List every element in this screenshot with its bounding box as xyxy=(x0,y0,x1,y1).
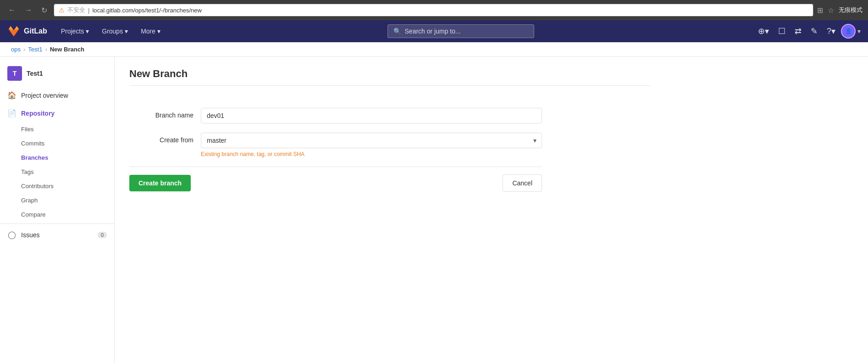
nav-right: ⊕▾ ☐ ⇄ ✎ ?▾ 👤 ▾ xyxy=(754,20,861,42)
help-icon: ? xyxy=(827,27,831,36)
repository-icon: 📄 xyxy=(7,109,17,117)
content-area: New Branch Branch name Create from ▾ xyxy=(115,57,868,363)
breadcrumb-sep-1: › xyxy=(23,46,25,53)
groups-label: Groups xyxy=(102,28,123,35)
issues-icon: ◯ xyxy=(7,230,17,239)
avatar-chevron-icon[interactable]: ▾ xyxy=(857,28,861,35)
search-box[interactable]: 🔍 Search or jump to... xyxy=(387,24,534,38)
todo-button[interactable]: ☐ xyxy=(774,20,789,42)
branch-name-label: Branch name xyxy=(129,108,194,119)
sidebar-subitem-branches[interactable]: Branches xyxy=(0,151,114,165)
new-item-button[interactable]: ⊕▾ xyxy=(754,20,773,42)
project-avatar: T xyxy=(7,66,22,81)
sidebar: T Test1 🏠 Project overview 📄 Repository … xyxy=(0,57,115,363)
cancel-button[interactable]: Cancel xyxy=(503,174,542,192)
gitlab-logo-text: GitLab xyxy=(24,27,47,35)
new-branch-form: Branch name Create from ▾ Existing branc… xyxy=(129,97,542,210)
gitlab-logo[interactable]: GitLab xyxy=(7,25,47,38)
browser-chrome: ← → ↻ ⚠ 不安全 | local.gitlab.com/ops/test1… xyxy=(0,0,868,20)
gitlab-fox-icon xyxy=(7,25,20,38)
create-from-input[interactable] xyxy=(201,133,542,148)
breadcrumb-test1-link[interactable]: Test1 xyxy=(28,46,42,53)
snippets-icon: ✎ xyxy=(811,26,818,36)
gitlab-navbar: GitLab Projects ▾ Groups ▾ More ▾ 🔍 Sear… xyxy=(0,20,868,42)
merge-icon: ⇄ xyxy=(795,26,802,36)
branch-name-group: Branch name xyxy=(129,108,542,123)
sidebar-divider xyxy=(0,223,114,224)
groups-nav-item[interactable]: Groups ▾ xyxy=(95,20,134,42)
sidebar-project-header[interactable]: T Test1 xyxy=(0,61,114,86)
sidebar-project-name: Test1 xyxy=(27,70,43,77)
back-button[interactable]: ← xyxy=(6,5,18,15)
form-actions: Create branch Cancel xyxy=(129,167,542,199)
breadcrumb-current: New Branch xyxy=(50,46,84,53)
projects-chevron-icon: ▾ xyxy=(86,28,89,35)
sidebar-subitem-compare[interactable]: Compare xyxy=(0,207,114,222)
content-inner: New Branch Branch name Create from ▾ xyxy=(115,57,665,221)
security-warning-icon: ⚠ xyxy=(59,6,65,14)
create-branch-button[interactable]: Create branch xyxy=(129,175,191,191)
breadcrumb: ops › Test1 › New Branch xyxy=(0,42,868,57)
more-chevron-icon: ▾ xyxy=(157,28,160,35)
more-nav-item[interactable]: More ▾ xyxy=(134,20,167,42)
more-label: More xyxy=(141,28,155,35)
bookmark-icon[interactable]: ☆ xyxy=(828,6,834,15)
home-icon: 🏠 xyxy=(7,91,17,100)
sidebar-item-repository-label: Repository xyxy=(21,110,55,117)
sidebar-item-issues-label: Issues xyxy=(21,231,39,239)
search-placeholder: Search or jump to... xyxy=(405,28,461,35)
sidebar-item-repository[interactable]: 📄 Repository xyxy=(0,104,114,122)
snippets-button[interactable]: ✎ xyxy=(807,20,821,42)
sidebar-subitem-contributors[interactable]: Contributors xyxy=(0,179,114,193)
page-title: New Branch xyxy=(129,68,650,86)
todo-icon: ☐ xyxy=(778,26,785,36)
translate-icon[interactable]: ⊞ xyxy=(817,6,823,15)
browser-actions: ⊞ ☆ 无痕模式 xyxy=(817,6,862,15)
sidebar-item-issues[interactable]: ◯ Issues 0 xyxy=(0,226,114,244)
reload-button[interactable]: ↻ xyxy=(39,5,50,16)
insecure-label: 不安全 xyxy=(67,6,85,14)
create-from-control-wrap: ▾ Existing branch name, tag, or commit S… xyxy=(201,133,542,157)
sidebar-subitem-commits[interactable]: Commits xyxy=(0,136,114,151)
groups-chevron-icon: ▾ xyxy=(125,28,128,35)
main-layout: T Test1 🏠 Project overview 📄 Repository … xyxy=(0,57,868,363)
sidebar-subitem-files[interactable]: Files xyxy=(0,122,114,136)
branch-name-input[interactable] xyxy=(201,108,542,123)
nav-search: 🔍 Search or jump to... xyxy=(167,24,754,38)
create-from-hint: Existing branch name, tag, or commit SHA xyxy=(201,151,542,157)
sidebar-subitem-graph[interactable]: Graph xyxy=(0,193,114,207)
profile-indicator[interactable]: 无痕模式 xyxy=(839,6,862,15)
branch-name-control-wrap xyxy=(201,108,542,123)
avatar-icon: 👤 xyxy=(845,28,852,34)
merge-requests-button[interactable]: ⇄ xyxy=(791,20,805,42)
breadcrumb-sep-2: › xyxy=(45,46,47,53)
breadcrumb-ops-link[interactable]: ops xyxy=(11,46,21,53)
sidebar-item-project-overview[interactable]: 🏠 Project overview xyxy=(0,86,114,104)
user-avatar[interactable]: 👤 xyxy=(841,24,856,39)
create-from-group: Create from ▾ Existing branch name, tag,… xyxy=(129,133,542,157)
help-button[interactable]: ?▾ xyxy=(823,20,839,42)
sidebar-subitem-tags[interactable]: Tags xyxy=(0,165,114,179)
address-bar[interactable]: ⚠ 不安全 | local.gitlab.com/ops/test1/-/bra… xyxy=(54,4,813,17)
forward-button[interactable]: → xyxy=(22,5,35,15)
url-separator: | xyxy=(88,7,89,14)
projects-label: Projects xyxy=(61,28,84,35)
sidebar-item-project-overview-label: Project overview xyxy=(21,92,68,99)
issues-badge: 0 xyxy=(98,232,107,238)
create-from-label: Create from xyxy=(129,133,194,144)
search-icon: 🔍 xyxy=(393,28,401,35)
plus-icon: ⊕ xyxy=(758,26,765,36)
create-from-select-wrap: ▾ xyxy=(201,133,542,148)
projects-nav-item[interactable]: Projects ▾ xyxy=(55,20,96,42)
url-display: local.gitlab.com/ops/test1/-/branches/ne… xyxy=(92,7,201,14)
